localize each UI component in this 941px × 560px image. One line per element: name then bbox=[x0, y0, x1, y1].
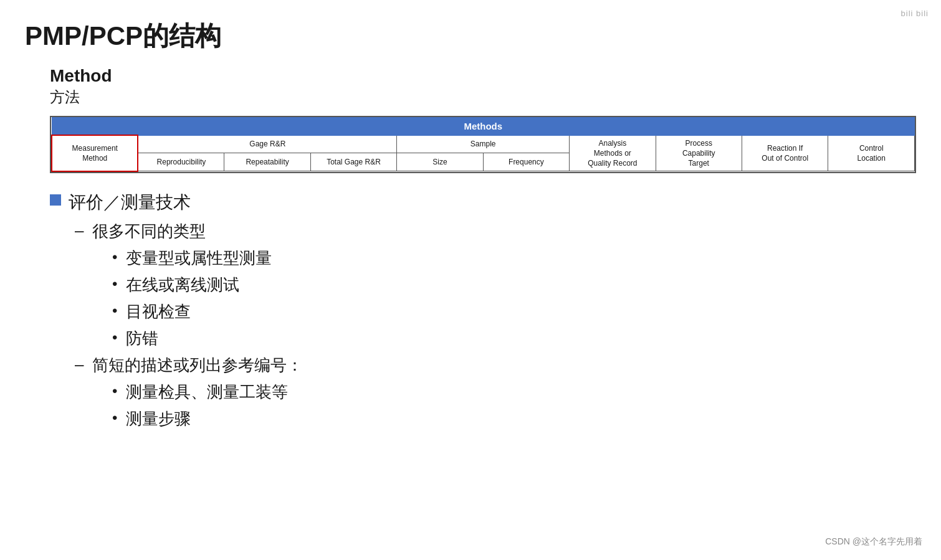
total-gage-rr-cell: Total Gage R&R bbox=[310, 153, 396, 171]
bilibili-logo: bili bili bbox=[901, 9, 929, 18]
secondary-bullet-text-2: 简短的描述或列出参考编号： bbox=[92, 354, 303, 376]
reaction-cell: Reaction IfOut of Control bbox=[742, 135, 828, 171]
dot-icon-4: • bbox=[112, 328, 117, 347]
section-title-en: Method bbox=[50, 66, 916, 86]
bullet-primary-1: 评价／测量技术 bbox=[50, 191, 916, 214]
dot-icon-1: • bbox=[112, 247, 117, 267]
frequency-cell: Frequency bbox=[483, 153, 569, 171]
tertiary-bullet-text-1: 变量型或属性型测量 bbox=[126, 247, 272, 269]
tertiary-bullet-text-6: 测量步骤 bbox=[126, 408, 191, 430]
content-area: 评价／测量技术 – 很多不同的类型 • 变量型或属性型测量 • 在线或离线测试 … bbox=[50, 191, 916, 430]
dash-icon-1: – bbox=[75, 221, 84, 242]
tertiary-bullet-text-3: 目视检查 bbox=[126, 301, 191, 323]
bullet-tertiary-1: • 变量型或属性型测量 bbox=[112, 247, 916, 269]
size-cell: Size bbox=[397, 153, 483, 171]
bullet-tertiary-3: • 目视检查 bbox=[112, 301, 916, 323]
bullet-tertiary-4: • 防错 bbox=[112, 328, 916, 349]
table-header-row: Methods bbox=[52, 118, 915, 136]
table-subheader-row1: MeasurementMethod Gage R&R Sample Analys… bbox=[52, 135, 915, 153]
bullet-tertiary-5: • 测量检具、测量工装等 bbox=[112, 381, 916, 403]
process-capability-cell: ProcessCapabilityTarget bbox=[656, 135, 742, 171]
dash-icon-2: – bbox=[75, 354, 84, 376]
blue-square-icon bbox=[50, 194, 61, 206]
gage-rr-cell: Gage R&R bbox=[138, 135, 396, 153]
primary-bullet-text-1: 评价／测量技术 bbox=[69, 191, 191, 214]
tertiary-bullet-text-2: 在线或离线测试 bbox=[126, 274, 239, 296]
control-location-cell: ControlLocation bbox=[828, 135, 915, 171]
sample-cell: Sample bbox=[397, 135, 570, 153]
methods-header-cell: Methods bbox=[52, 118, 915, 136]
bullet-secondary-1: – 很多不同的类型 bbox=[75, 221, 916, 242]
methods-table: Methods MeasurementMethod Gage R&R Sampl… bbox=[51, 117, 915, 172]
measurement-method-cell: MeasurementMethod bbox=[52, 135, 138, 171]
section-title-cn: 方法 bbox=[50, 87, 916, 107]
tertiary-bullet-text-5: 测量检具、测量工装等 bbox=[126, 381, 288, 403]
page-title: PMP/PCP的结构 bbox=[25, 19, 916, 54]
bullet-secondary-2: – 简短的描述或列出参考编号： bbox=[75, 354, 916, 376]
bullet-tertiary-2: • 在线或离线测试 bbox=[112, 274, 916, 296]
secondary-bullet-text-1: 很多不同的类型 bbox=[92, 221, 206, 242]
dot-icon-5: • bbox=[112, 381, 117, 401]
dot-icon-2: • bbox=[112, 274, 117, 293]
reproducibility-cell: Reproducibility bbox=[138, 153, 224, 171]
repeatability-cell: Repeatability bbox=[224, 153, 310, 171]
methods-table-wrapper: Methods MeasurementMethod Gage R&R Sampl… bbox=[50, 116, 916, 173]
analysis-methods-cell: AnalysisMethods orQuality Record bbox=[570, 135, 656, 171]
tertiary-bullet-text-4: 防错 bbox=[126, 328, 158, 349]
csdn-watermark: CSDN @这个名字先用着 bbox=[825, 536, 922, 548]
dot-icon-3: • bbox=[112, 301, 117, 320]
dot-icon-6: • bbox=[112, 408, 117, 427]
bullet-tertiary-6: • 测量步骤 bbox=[112, 408, 916, 430]
